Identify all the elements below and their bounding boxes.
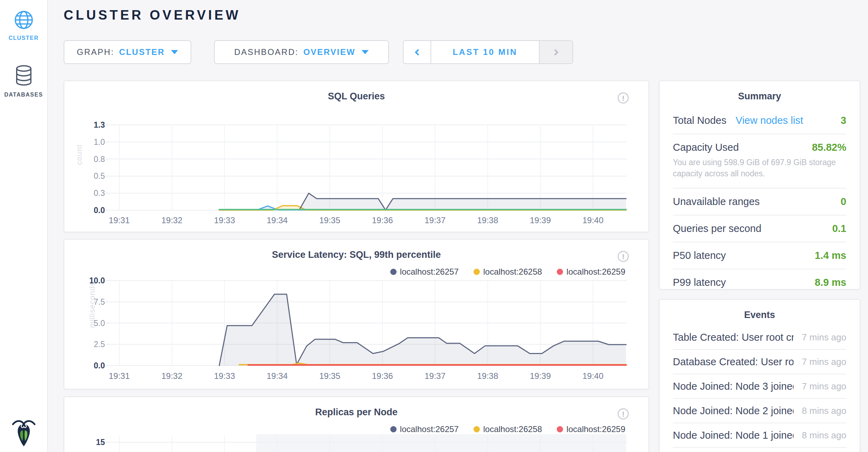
events-panel: Events Table Created: User root cre... 7… (659, 299, 860, 452)
sidebar-item-cluster[interactable]: CLUSTER (0, 10, 47, 41)
capacity-subtext: You are using 598.9 GiB of 697.9 GiB sto… (673, 157, 846, 181)
sql-queries-chart-card: SQL Queries count 1.31.00.80.50.30.019:3… (64, 80, 649, 232)
x-axis-tick-label: 19:39 (530, 216, 551, 225)
summary-row-capacity: Capacity Used 85.82% You are using 598.9… (673, 134, 846, 189)
main-content: CLUSTER OVERVIEW GRAPH: CLUSTER DASHBOAR… (48, 0, 868, 452)
y-axis-tick-label: 2.5 (94, 340, 105, 349)
view-nodes-list-link[interactable]: View nodes list (736, 115, 803, 126)
x-axis-tick-label: 19:37 (425, 371, 446, 381)
x-axis-tick-label: 19:38 (477, 216, 498, 225)
event-text: Node Joined: Node 1 joined... (673, 430, 794, 441)
events-title: Events (660, 300, 860, 320)
x-axis-tick-label: 19:36 (372, 371, 393, 381)
x-axis-tick-label: 19:36 (372, 216, 393, 225)
x-axis-tick-label: 19:38 (477, 371, 498, 381)
x-axis-tick-label: 19:39 (530, 371, 551, 381)
event-text: Database Created: User roo... (673, 356, 794, 368)
event-text: Node Joined: Node 2 joined... (673, 405, 794, 417)
capacity-value: 85.82% (812, 142, 846, 153)
y-axis-tick-label: 0.8 (94, 155, 105, 164)
x-axis-tick-label: 19:34 (266, 371, 287, 381)
sidebar: CLUSTER DATABASES (0, 0, 48, 452)
graph-dropdown-label: GRAPH: (77, 47, 114, 57)
service-latency-chart-card: Service Latency: SQL, 99th percentile lo… (64, 239, 649, 389)
summary-title: Summary (660, 81, 860, 102)
sql-queries-plot: 1.31.00.80.50.30.019:3119:3219:3319:3419… (64, 81, 650, 233)
dashboard-dropdown-value: OVERVIEW (303, 47, 355, 57)
x-axis-tick-label: 19:40 (582, 216, 603, 225)
event-row: Database Created: User roo... 7 mins ago (673, 350, 846, 374)
admin-ui-root: CLUSTER DATABASES (0, 0, 868, 452)
event-time: 8 mins ago (802, 430, 846, 441)
unavailable-ranges-label: Unavailable ranges (673, 196, 760, 207)
qps-value: 0.1 (832, 223, 846, 234)
summary-row-p99: P99 latency 8.9 ms (673, 269, 846, 296)
cockroachdb-logo[interactable] (0, 417, 47, 449)
x-axis-tick-label: 19:33 (214, 216, 235, 225)
chevron-left-icon (415, 49, 421, 55)
capacity-label: Capacity Used (673, 142, 739, 153)
database-icon (14, 64, 33, 87)
time-range-value[interactable]: LAST 10 MIN (431, 41, 540, 63)
total-nodes-value: 3 (841, 115, 846, 126)
p50-latency-value: 1.4 ms (815, 250, 846, 261)
x-axis-tick-label: 19:33 (214, 371, 235, 381)
event-row: Node Joined: Node 3 joined... 7 mins ago (673, 374, 846, 399)
event-row: Node Joined: Node 2 joined... 8 mins ago (673, 399, 846, 423)
x-axis-tick-label: 19:31 (109, 371, 130, 381)
summary-row-unavailable-ranges: Unavailable ranges 0 (673, 189, 846, 216)
y-axis-tick-label: 5.0 (94, 319, 105, 328)
event-time: 7 mins ago (802, 381, 846, 392)
y-axis-tick-label: 1.3 (94, 120, 105, 129)
controls-bar: GRAPH: CLUSTER DASHBOARD: OVERVIEW LAST … (64, 40, 573, 64)
event-time: 7 mins ago (802, 332, 846, 343)
dashboard-dropdown-label: DASHBOARD: (234, 47, 299, 57)
x-axis-tick-label: 19:32 (161, 371, 182, 381)
replicas-per-node-plot: 15 (64, 397, 650, 452)
x-axis-tick-label: 19:32 (161, 216, 182, 225)
event-text: Table Created: User root cre... (673, 332, 794, 343)
x-axis-tick-label: 19:35 (319, 371, 340, 381)
y-axis-tick-label: 0.0 (94, 361, 105, 370)
total-nodes-label: Total Nodes (673, 115, 726, 126)
dashboard-dropdown[interactable]: DASHBOARD: OVERVIEW (214, 40, 389, 64)
globe-icon (14, 10, 34, 30)
event-text: Node Joined: Node 3 joined... (673, 381, 794, 392)
y-axis-tick-label: 10.0 (89, 276, 105, 285)
time-range-next-button[interactable] (540, 41, 572, 63)
p99-latency-value: 8.9 ms (815, 277, 846, 288)
chevron-down-icon (362, 50, 369, 54)
event-time: 7 mins ago (802, 356, 846, 367)
qps-label: Queries per second (673, 223, 761, 234)
event-row: Node Joined: Node 1 joined... 8 mins ago (673, 423, 846, 448)
time-range-prev-button[interactable] (404, 41, 431, 63)
graph-dropdown[interactable]: GRAPH: CLUSTER (64, 40, 191, 64)
cockroach-bug-icon (11, 417, 37, 447)
unavailable-ranges-value: 0 (841, 196, 846, 207)
x-axis-tick-label: 19:31 (109, 216, 130, 225)
chevron-down-icon (171, 50, 178, 54)
summary-row-total-nodes: Total Nodes View nodes list 3 (673, 107, 846, 134)
x-axis-tick-label: 19:40 (582, 371, 603, 381)
y-axis-tick-label: 15 (96, 438, 105, 447)
y-axis-tick-label: 0.5 (94, 171, 105, 181)
p50-latency-label: P50 latency (673, 250, 726, 261)
y-axis-tick-label: 1.0 (94, 137, 105, 147)
sidebar-item-label: CLUSTER (0, 35, 47, 41)
x-axis-tick-label: 19:35 (319, 216, 340, 225)
summary-row-qps: Queries per second 0.1 (673, 216, 846, 242)
p99-latency-label: P99 latency (673, 277, 726, 288)
x-axis-tick-label: 19:34 (266, 216, 287, 225)
time-range-selector: LAST 10 MIN (403, 40, 573, 64)
chevron-right-icon (552, 49, 558, 55)
series-area-localhost:26257 (219, 294, 626, 366)
x-axis-tick-label: 19:37 (425, 216, 446, 225)
sidebar-item-label: DATABASES (0, 92, 47, 98)
y-axis-tick-label: 0.0 (94, 206, 105, 215)
event-row: Table Created: User root cre... 7 mins a… (673, 325, 846, 350)
summary-panel: Summary Total Nodes View nodes list 3 Ca… (659, 80, 860, 290)
page-title: CLUSTER OVERVIEW (64, 8, 241, 23)
sidebar-item-databases[interactable]: DATABASES (0, 64, 47, 98)
graph-dropdown-value: CLUSTER (119, 47, 165, 57)
series-area-dark (299, 193, 626, 210)
